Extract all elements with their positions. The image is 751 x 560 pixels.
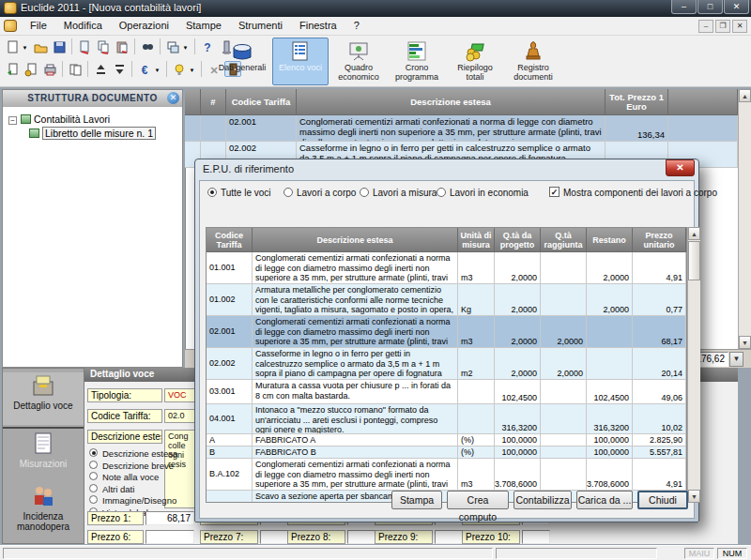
epu-table-row[interactable]: 02.002Casseforme in legno o in ferro per… xyxy=(207,348,686,380)
epu-column-header[interactable]: Prezzo unitario xyxy=(633,228,686,252)
row-cell[interactable] xyxy=(185,115,201,142)
open-file-icon[interactable] xyxy=(32,38,49,54)
sidebar-item-misurazioni[interactable]: Misurazioni xyxy=(3,431,84,479)
column-header[interactable] xyxy=(185,89,201,115)
euro-icon[interactable]: € xyxy=(136,61,153,77)
paste-icon[interactable] xyxy=(114,38,130,54)
prezzo-input[interactable] xyxy=(347,530,376,544)
epu-table-row[interactable]: 03.001Muratura a cassa vuota per chiusur… xyxy=(207,380,686,404)
dialog-filter-radio[interactable] xyxy=(360,188,369,197)
scroll-up-icon[interactable]: ▲ xyxy=(688,227,700,240)
sidebar-item-dettaglio-voce[interactable]: Dettaglio voce xyxy=(3,372,84,425)
scroll-down-icon[interactable]: ▼ xyxy=(688,490,700,503)
maximize-button[interactable]: □ xyxy=(697,0,723,14)
dialog-close-button[interactable]: ✕ xyxy=(666,159,695,176)
toolbar-quadro-economico[interactable]: Quadro economico xyxy=(330,38,387,85)
prezzo-input[interactable] xyxy=(522,530,550,544)
detail-view-radio[interactable] xyxy=(89,495,98,504)
detail-view-radio[interactable] xyxy=(89,461,98,469)
copy-icon[interactable] xyxy=(95,38,112,54)
save-icon[interactable] xyxy=(51,38,68,54)
sidebar-item-incidenza-manodopera[interactable]: Incidenza manodopera xyxy=(3,483,84,541)
row-cell[interactable] xyxy=(201,115,226,142)
menu-finestra[interactable]: Finestra xyxy=(291,17,345,36)
dialog-filter-radio[interactable] xyxy=(284,188,293,197)
tree-item[interactable]: −Contabilità Lavori xyxy=(8,114,156,125)
move-up-icon[interactable] xyxy=(92,61,109,77)
row-description[interactable]: Conglomerati cementizi armati confeziona… xyxy=(297,115,605,142)
prezzo-input[interactable]: 68,17 xyxy=(146,511,194,525)
menu-[interactable]: ? xyxy=(345,17,368,36)
cut-icon[interactable] xyxy=(76,38,93,54)
prezzo-input[interactable] xyxy=(435,530,463,544)
epu-table-scrollbar[interactable]: ▲ ▼ xyxy=(687,227,700,503)
mdi-restore-button[interactable]: ❐ xyxy=(715,20,730,33)
epu-column-header[interactable]: Codice Tariffa xyxy=(207,228,253,252)
expander-icon[interactable]: − xyxy=(8,116,17,125)
dropdown-arrow-icon[interactable]: ▼ xyxy=(153,65,161,74)
column-header[interactable]: Tot. Prezzo 1 Euro xyxy=(605,89,668,115)
move-down-icon[interactable] xyxy=(111,61,128,77)
dialog-button-creacomputo[interactable]: Crea computo xyxy=(447,491,509,509)
menu-file[interactable]: File xyxy=(22,17,55,36)
epu-table-row[interactable]: 01.001Conglomerati cementizi armati conf… xyxy=(207,252,686,284)
detail-view-radio[interactable] xyxy=(89,484,98,492)
menu-operazioni[interactable]: Operazioni xyxy=(111,17,177,36)
epu-table-row[interactable]: 02.001Conglomerati cementizi armati conf… xyxy=(207,316,686,348)
dropdown-arrow-icon[interactable]: ▼ xyxy=(188,65,196,74)
row-code[interactable]: 02.001 xyxy=(226,115,297,142)
epu-column-header[interactable]: Descrizione estesa xyxy=(253,228,458,252)
epu-column-header[interactable]: Q.tà raggiunta xyxy=(541,228,587,252)
close-button[interactable]: ✕ xyxy=(724,0,749,14)
tree-item[interactable]: Libretto delle misure n. 1 xyxy=(27,128,156,139)
epu-table-row[interactable]: BFABBRICATO B(%)100,0000100,00005.557,81 xyxy=(207,446,686,459)
import-icon[interactable] xyxy=(4,61,21,77)
epu-table-row[interactable]: 01.002Armatura metalliche per conglomera… xyxy=(207,284,686,316)
main-table-scrollbar[interactable]: ▲ ▼ xyxy=(738,89,751,349)
dialog-button-chiudi[interactable]: Chiudi xyxy=(637,491,688,509)
column-header[interactable]: Codice Tariffa xyxy=(226,89,297,115)
mdi-close-button[interactable]: ✕ xyxy=(732,20,747,33)
dialog-button-stampa[interactable]: Stampa xyxy=(391,491,442,509)
dialog-button-contabilizza[interactable]: Contabilizza xyxy=(513,491,572,509)
total-combo-arrow-icon[interactable]: ▼ xyxy=(729,352,743,367)
print-icon[interactable] xyxy=(41,61,58,77)
toolbar-elenco-voci[interactable]: Elenco voci xyxy=(272,38,329,85)
dialog-filter-radio[interactable] xyxy=(437,188,446,197)
dropdown-arrow-icon[interactable]: ▼ xyxy=(21,42,29,52)
mdi-minimize-button[interactable]: – xyxy=(698,20,713,33)
scroll-down-icon[interactable]: ▼ xyxy=(739,336,751,349)
lamp-icon[interactable] xyxy=(171,61,188,77)
epu-column-header[interactable]: Unità di misura xyxy=(458,228,495,252)
epu-column-header[interactable]: Restano xyxy=(587,228,633,252)
menu-strumenti[interactable]: Strumenti xyxy=(230,17,291,36)
toolbar-crono-programma[interactable]: Crono programma xyxy=(389,38,445,85)
dialog-button-caricada[interactable]: Carica da ... xyxy=(576,491,633,509)
detail-field-value[interactable]: 02.0 xyxy=(164,409,196,423)
minimize-button[interactable]: – xyxy=(671,0,697,14)
new-document-icon[interactable] xyxy=(4,38,21,54)
window-arrange-icon[interactable] xyxy=(164,38,181,54)
toolbar-riepilogo-totali[interactable]: Riepilogo totali xyxy=(447,38,503,85)
column-header[interactable] xyxy=(668,89,738,115)
find-icon[interactable] xyxy=(139,38,156,54)
epu-table-row[interactable]: B.A.102Conglomerati cementizi armati con… xyxy=(207,459,686,491)
detail-view-radio[interactable] xyxy=(89,448,98,457)
prezzo-input[interactable] xyxy=(146,530,194,544)
column-header[interactable]: # xyxy=(201,89,226,115)
export-icon[interactable] xyxy=(23,61,39,77)
toolbar-dati-generali[interactable]: Dati generali xyxy=(214,38,270,85)
menu-modifica[interactable]: Modifica xyxy=(55,17,111,36)
column-header[interactable]: Descrizione estesa xyxy=(297,89,605,115)
detail-view-radio[interactable] xyxy=(89,472,98,480)
scroll-up-icon[interactable]: ▲ xyxy=(739,89,751,102)
detail-field-value[interactable]: VOC xyxy=(164,388,196,402)
row-cell[interactable] xyxy=(668,115,738,142)
show-components-checkbox[interactable]: ✓ xyxy=(549,187,559,197)
epu-column-header[interactable]: Q.tà da progetto xyxy=(495,228,541,252)
menu-stampe[interactable]: Stampe xyxy=(177,17,230,36)
epu-table-row[interactable]: AFABBRICATO A(%)100,0000100,00002.825,90 xyxy=(207,434,686,446)
row-price[interactable]: 136,34 xyxy=(605,115,668,142)
scrollbar-thumb[interactable] xyxy=(688,241,700,280)
prezzo-input[interactable] xyxy=(260,530,288,544)
